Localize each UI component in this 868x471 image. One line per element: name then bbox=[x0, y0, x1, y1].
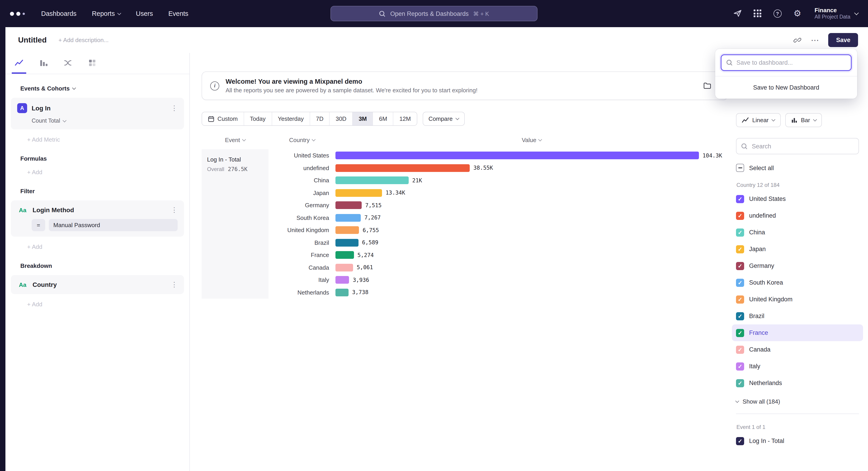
nav-item-users[interactable]: Users bbox=[136, 10, 153, 17]
legend-search[interactable] bbox=[736, 138, 859, 154]
range-30d[interactable]: 30D bbox=[330, 112, 353, 125]
settings-gear-icon[interactable]: ⚙ bbox=[793, 9, 802, 18]
dashboard-search[interactable] bbox=[721, 54, 852, 71]
checkbox-united-states[interactable]: ✓ bbox=[736, 195, 744, 203]
send-icon[interactable] bbox=[733, 9, 742, 18]
more-options-icon[interactable]: ⋯ bbox=[811, 35, 819, 45]
filter-card[interactable]: Aa Login Method ⋮ = Manual Password bbox=[11, 200, 184, 237]
add-breakdown-button[interactable]: + Add bbox=[27, 301, 42, 308]
range-3m[interactable]: 3M bbox=[353, 112, 373, 125]
event-filter-item-log-in-total[interactable]: ✓Log In - Total bbox=[732, 433, 863, 449]
country-filter-item-japan[interactable]: ✓Japan bbox=[732, 241, 863, 258]
checkbox-germany[interactable]: ✓ bbox=[736, 262, 744, 270]
add-description-button[interactable]: + Add description... bbox=[59, 37, 109, 43]
kebab-menu-icon[interactable]: ⋮ bbox=[171, 206, 178, 214]
bar-france[interactable] bbox=[336, 251, 354, 259]
global-search-button[interactable]: Open Reports & Dashboards ⌘ + K bbox=[331, 6, 537, 21]
checkbox-south-korea[interactable]: ✓ bbox=[736, 278, 744, 287]
kebab-menu-icon[interactable]: ⋮ bbox=[171, 281, 178, 289]
column-header-value[interactable]: Value bbox=[336, 137, 728, 143]
checkbox-canada[interactable]: ✓ bbox=[736, 346, 744, 354]
country-filter-item-italy[interactable]: ✓Italy bbox=[732, 358, 863, 375]
checkbox-china[interactable]: ✓ bbox=[736, 228, 744, 236]
country-filter-item-france[interactable]: ✓France bbox=[732, 324, 863, 341]
report-title[interactable]: Untitled bbox=[18, 35, 47, 45]
nav-item-events[interactable]: Events bbox=[168, 10, 188, 17]
apps-grid-icon[interactable] bbox=[753, 9, 762, 18]
save-to-new-dashboard-option[interactable]: Save to New Dashboard bbox=[715, 76, 857, 99]
checkbox-log-in-total[interactable]: ✓ bbox=[736, 437, 744, 445]
nav-item-reports[interactable]: Reports bbox=[92, 10, 121, 17]
country-filter-item-brazil[interactable]: ✓Brazil bbox=[732, 308, 863, 324]
range-7d[interactable]: 7D bbox=[310, 112, 330, 125]
tab-flows[interactable] bbox=[61, 53, 75, 74]
project-switcher[interactable]: Finance All Project Data bbox=[813, 7, 858, 20]
help-icon[interactable]: ? bbox=[773, 9, 782, 18]
bar-united-kingdom[interactable] bbox=[336, 227, 359, 234]
bar-china[interactable] bbox=[336, 177, 409, 184]
range-12m[interactable]: 12M bbox=[394, 112, 417, 125]
country-filter-item-undefined[interactable]: ✓undefined bbox=[732, 207, 863, 224]
checkbox-netherlands[interactable]: ✓ bbox=[736, 379, 744, 387]
checkbox-italy[interactable]: ✓ bbox=[736, 362, 744, 370]
country-filter-item-united-states[interactable]: ✓United States bbox=[732, 190, 863, 207]
bar-south-korea[interactable] bbox=[336, 214, 361, 222]
bar-brazil[interactable] bbox=[336, 239, 359, 246]
chart-type-dropdown[interactable]: Bar bbox=[785, 113, 822, 127]
event-section-header: Event 1 of 1 bbox=[737, 424, 859, 430]
event-summary-cell[interactable]: Log In - Total Overall 276.5K bbox=[202, 149, 269, 299]
checkbox-brazil[interactable]: ✓ bbox=[736, 312, 744, 320]
breakdown-card[interactable]: Aa Country ⋮ bbox=[11, 275, 184, 294]
aggregation-dropdown[interactable]: Count Total bbox=[32, 118, 178, 124]
range-today[interactable]: Today bbox=[244, 112, 272, 125]
range-custom[interactable]: Custom bbox=[202, 112, 244, 125]
bar-japan[interactable] bbox=[336, 189, 382, 197]
filter-value-field[interactable]: Manual Password bbox=[49, 219, 178, 231]
kebab-menu-icon[interactable]: ⋮ bbox=[171, 104, 178, 112]
country-filter-item-china[interactable]: ✓China bbox=[732, 224, 863, 241]
range-6m[interactable]: 6M bbox=[373, 112, 394, 125]
chevron-down-icon bbox=[736, 399, 739, 403]
metric-event-name[interactable]: Log In bbox=[32, 105, 51, 112]
metric-card[interactable]: A Log In ⋮ Count Total bbox=[11, 98, 184, 129]
save-button[interactable]: Save bbox=[829, 33, 858, 47]
tab-retention[interactable] bbox=[85, 53, 99, 74]
select-all-toggle[interactable]: Select all bbox=[736, 164, 859, 172]
breakdown-property-name[interactable]: Country bbox=[33, 281, 57, 288]
add-filter-button[interactable]: + Add bbox=[27, 243, 42, 250]
add-metric-button[interactable]: + Add Metric bbox=[27, 136, 60, 143]
country-filter-item-south-korea[interactable]: ✓South Korea bbox=[732, 274, 863, 291]
bar-undefined[interactable] bbox=[336, 164, 470, 172]
filter-operator-dropdown[interactable]: = bbox=[32, 219, 45, 231]
checkbox-japan[interactable]: ✓ bbox=[736, 245, 744, 253]
country-filter-item-germany[interactable]: ✓Germany bbox=[732, 258, 863, 274]
bar-netherlands[interactable] bbox=[336, 289, 348, 296]
tab-funnels[interactable] bbox=[36, 53, 51, 74]
show-all-button[interactable]: Show all (184) bbox=[736, 398, 859, 405]
mixpanel-logo-icon[interactable] bbox=[10, 11, 25, 16]
bar-germany[interactable] bbox=[336, 202, 362, 209]
checkbox-undefined[interactable]: ✓ bbox=[736, 211, 744, 220]
add-formula-button[interactable]: + Add bbox=[27, 169, 42, 176]
compare-dropdown[interactable]: Compare bbox=[423, 112, 465, 126]
tab-insights[interactable] bbox=[12, 53, 26, 74]
indeterminate-checkbox[interactable] bbox=[736, 164, 744, 172]
copy-link-icon[interactable] bbox=[794, 36, 802, 44]
bar-canada[interactable] bbox=[336, 264, 353, 271]
bar-italy[interactable] bbox=[336, 276, 349, 284]
nav-item-dashboards[interactable]: Dashboards bbox=[41, 10, 76, 17]
bar-united-states[interactable] bbox=[336, 152, 699, 159]
checkbox-france[interactable]: ✓ bbox=[736, 329, 744, 337]
column-header-event[interactable]: Event bbox=[202, 137, 269, 143]
filter-property-name[interactable]: Login Method bbox=[33, 206, 74, 213]
line-style-dropdown[interactable]: Linear bbox=[736, 113, 780, 127]
country-filter-item-netherlands[interactable]: ✓Netherlands bbox=[732, 375, 863, 391]
country-filter-item-united-kingdom[interactable]: ✓United Kingdom bbox=[732, 291, 863, 308]
dashboard-search-input[interactable] bbox=[737, 59, 846, 66]
country-filter-item-canada[interactable]: ✓Canada bbox=[732, 341, 863, 358]
legend-search-input[interactable] bbox=[752, 143, 854, 150]
column-header-country[interactable]: Country bbox=[269, 137, 336, 143]
checkbox-united-kingdom[interactable]: ✓ bbox=[736, 295, 744, 303]
country-label: Italy bbox=[269, 277, 336, 284]
range-yesterday[interactable]: Yesterday bbox=[272, 112, 310, 125]
